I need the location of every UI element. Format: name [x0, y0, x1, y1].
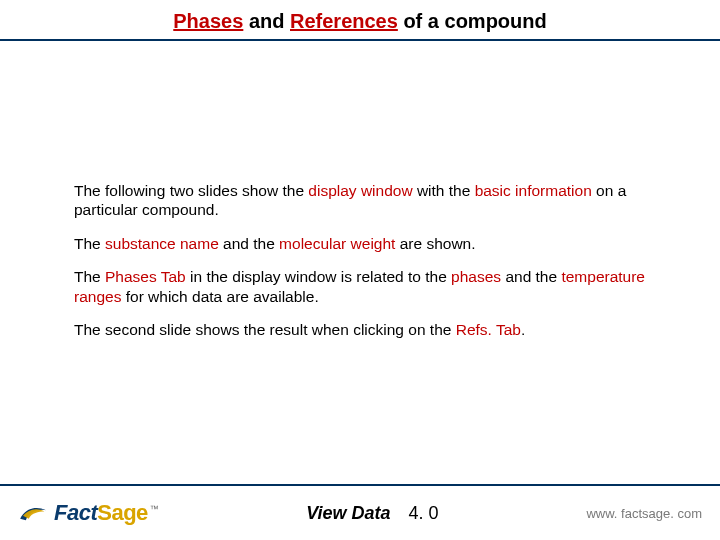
footer-url: www. factsage. com — [586, 506, 702, 521]
body-area: The following two slides show the displa… — [0, 41, 720, 484]
logo-tm-icon: ™ — [150, 504, 159, 514]
paragraph-3: The Phases Tab in the display window is … — [74, 267, 646, 306]
title-post: of a compound — [398, 10, 547, 32]
p3-text: in the display window is related to the — [186, 268, 451, 285]
p3-text: and the — [501, 268, 561, 285]
title-area: Phases and References of a compound — [0, 0, 720, 37]
title-mid: and — [243, 10, 290, 32]
p1-text: The following two slides show the — [74, 182, 308, 199]
p3-phases-tab: Phases Tab — [105, 268, 186, 285]
slide-container: Phases and References of a compound The … — [0, 0, 720, 540]
p4-text: The second slide shows the result when c… — [74, 321, 456, 338]
title-keyword-references: References — [290, 10, 398, 32]
p2-molecular-weight: molecular weight — [279, 235, 395, 252]
paragraph-1: The following two slides show the displa… — [74, 181, 646, 220]
footer-center: View Data 4. 0 — [306, 503, 438, 524]
paragraph-2: The substance name and the molecular wei… — [74, 234, 646, 253]
p1-text: with the — [413, 182, 475, 199]
p4-refs-tab: Refs. Tab — [456, 321, 521, 338]
footer-slide-number: 4. 0 — [409, 503, 439, 524]
footer-view-data-label: View Data — [306, 503, 390, 524]
p3-text: The — [74, 268, 105, 285]
p1-display-window: display window — [308, 182, 412, 199]
factsage-logo: FactSage™ — [18, 500, 158, 526]
slide-title: Phases and References of a compound — [0, 10, 720, 33]
p3-phases: phases — [451, 268, 501, 285]
p3-text: for which data are available. — [121, 288, 318, 305]
p2-substance-name: substance name — [105, 235, 219, 252]
p1-basic-information: basic information — [475, 182, 592, 199]
p2-text: The — [74, 235, 105, 252]
logo-text: FactSage™ — [54, 500, 158, 526]
p2-text: are shown. — [395, 235, 475, 252]
p2-text: and the — [219, 235, 279, 252]
footer: FactSage™ View Data 4. 0 www. factsage. … — [0, 486, 720, 540]
logo-text-sage: Sage — [97, 500, 148, 525]
title-keyword-phases: Phases — [173, 10, 243, 32]
paragraph-4: The second slide shows the result when c… — [74, 320, 646, 339]
p4-text: . — [521, 321, 525, 338]
logo-swoosh-icon — [18, 503, 48, 523]
logo-text-fact: Fact — [54, 500, 97, 525]
